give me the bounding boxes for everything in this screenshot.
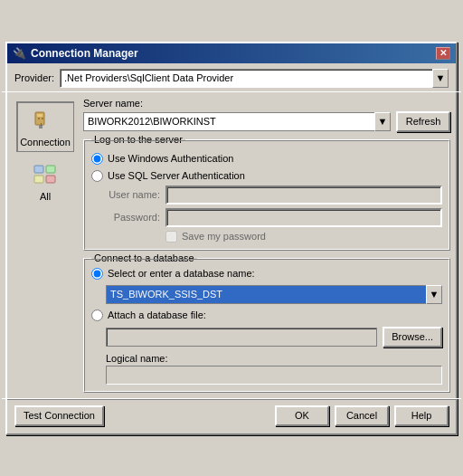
server-name-label: Server name: — [83, 98, 143, 109]
username-label: User name: — [99, 189, 160, 200]
dialog-buttons: OK Cancel Help — [275, 405, 449, 426]
db-combobox: ▼ — [106, 285, 442, 304]
windows-auth-option[interactable]: Use Windows Authentication — [91, 153, 442, 165]
server-name-section: Server name: BIWORK2012\BIWORKINST ▼ Ref… — [83, 98, 450, 132]
server-name-combo: BIWORK2012\BIWORKINST ▼ — [83, 112, 391, 131]
windows-auth-label: Use Windows Authentication — [108, 153, 233, 164]
attach-file-row: Browse... — [91, 327, 442, 347]
connection-label: Connection — [20, 137, 71, 148]
browse-button[interactable]: Browse... — [383, 327, 442, 347]
svg-rect-2 — [38, 118, 40, 119]
database-groupbox: Connect to a database Select or enter a … — [83, 258, 450, 393]
test-connection-button[interactable]: Test Connection — [14, 405, 104, 426]
username-input-wrap — [165, 186, 442, 205]
password-input[interactable] — [165, 208, 442, 227]
attach-db-label: Attach a database file: — [108, 309, 206, 320]
select-db-radio[interactable] — [91, 268, 103, 280]
provider-label: Provider: — [14, 72, 54, 83]
provider-select[interactable]: .Net Providers\SqlClient Data Provider — [60, 69, 449, 88]
username-input[interactable] — [165, 186, 442, 205]
logon-group-title: Log on to the server — [91, 134, 185, 145]
provider-select-wrapper: .Net Providers\SqlClient Data Provider ▼ — [60, 69, 449, 88]
windows-auth-radio[interactable] — [91, 153, 103, 165]
attach-db-radio[interactable] — [91, 309, 103, 321]
save-password-checkbox[interactable] — [165, 231, 177, 243]
connection-icon — [31, 106, 60, 135]
logical-name-label: Logical name: — [106, 353, 168, 364]
refresh-button[interactable]: Refresh — [396, 111, 450, 132]
select-db-label: Select or enter a database name: — [108, 268, 255, 279]
attach-input-row: Browse... — [106, 327, 442, 347]
attach-db-option[interactable]: Attach a database file: — [91, 309, 442, 321]
db-name-input[interactable] — [106, 285, 426, 304]
password-input-wrap — [165, 208, 442, 227]
logon-groupbox: Log on to the server Use Windows Authent… — [83, 139, 450, 251]
close-button[interactable]: ✕ — [436, 47, 450, 60]
database-group-title: Connect to a database — [91, 252, 197, 263]
sidebar-item-connection[interactable]: Connection — [16, 101, 74, 152]
sidebar: Connection All — [13, 98, 78, 393]
server-name-input[interactable]: BIWORK2012\BIWORKINST — [83, 112, 374, 131]
sql-auth-label: Use SQL Server Authentication — [108, 170, 245, 181]
username-row: User name: — [99, 186, 442, 205]
sql-auth-option[interactable]: Use SQL Server Authentication — [91, 170, 442, 182]
password-row: Password: — [99, 208, 442, 227]
main-content: Connection All Server name: — [7, 92, 456, 398]
password-label: Password: — [99, 212, 160, 223]
sql-auth-radio[interactable] — [91, 170, 103, 182]
svg-rect-7 — [46, 166, 55, 173]
svg-rect-8 — [34, 176, 43, 183]
bottom-bar: Test Connection OK Cancel Help — [7, 399, 456, 433]
svg-rect-6 — [34, 166, 43, 173]
svg-rect-5 — [41, 123, 42, 126]
save-password-label: Save my password — [182, 231, 266, 242]
logical-name-input[interactable] — [106, 366, 442, 385]
select-db-option[interactable]: Select or enter a database name: — [91, 268, 442, 280]
svg-rect-3 — [42, 118, 43, 119]
title-bar: 🔌 Connection Manager ✕ — [7, 43, 456, 63]
db-dropdown-arrow[interactable]: ▼ — [426, 285, 442, 304]
ok-button[interactable]: OK — [275, 405, 329, 426]
all-icon — [31, 160, 60, 189]
save-password-row: Save my password — [99, 231, 442, 243]
logical-name-section: Logical name: — [91, 353, 442, 385]
svg-rect-9 — [46, 176, 55, 183]
sidebar-item-all[interactable]: All — [16, 156, 74, 206]
db-combobox-wrapper: ▼ — [91, 285, 442, 304]
cancel-button[interactable]: Cancel — [335, 405, 389, 426]
connection-manager-window: 🔌 Connection Manager ✕ Provider: .Net Pr… — [5, 42, 458, 435]
credentials-fields: User name: Password: Save my password — [91, 186, 442, 243]
server-name-dropdown-arrow[interactable]: ▼ — [374, 112, 391, 131]
title-bar-text: 🔌 Connection Manager — [13, 47, 138, 60]
svg-rect-1 — [37, 114, 43, 117]
right-panel: Server name: BIWORK2012\BIWORKINST ▼ Ref… — [83, 98, 450, 393]
window-icon: 🔌 — [13, 47, 26, 60]
all-label: All — [40, 191, 51, 202]
attach-file-input[interactable] — [106, 328, 377, 347]
auth-radio-group: Use Windows Authentication Use SQL Serve… — [91, 149, 442, 186]
window-title: Connection Manager — [31, 47, 138, 60]
help-button[interactable]: Help — [394, 405, 449, 426]
